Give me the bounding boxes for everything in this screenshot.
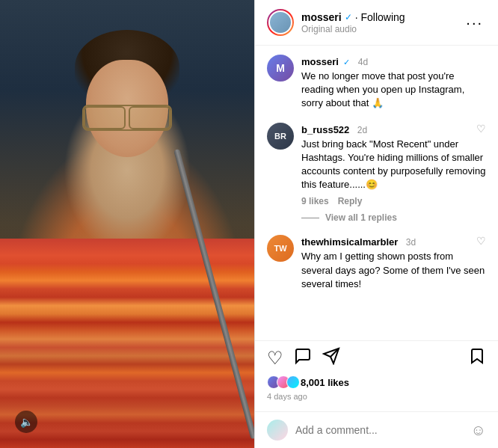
bookmark-button[interactable]: [468, 347, 486, 369]
likes-count: 8,001 likes: [301, 377, 349, 388]
add-comment-row: ☺: [255, 411, 498, 448]
comment-text: We no longer move that post you're readi…: [301, 70, 486, 111]
action-bar: ♡ 8: [255, 340, 498, 411]
comment-body: thewhimsicalmarbler 3d ♡ Why am I gettin…: [301, 235, 486, 291]
header-avatar[interactable]: [267, 9, 294, 36]
comment-body: b_russ522 2d ♡ Just bring back "Most Rec…: [301, 123, 486, 224]
comment-time: 3d: [406, 237, 416, 248]
comment-text: Just bring back "Most Recent" under Hash…: [301, 138, 486, 192]
more-options-button[interactable]: ···: [463, 11, 486, 34]
volume-icon: 🔈: [20, 416, 33, 428]
comment-time: 2d: [357, 125, 367, 135]
commenter-avatar[interactable]: M: [267, 55, 294, 82]
reply-button[interactable]: Reply: [338, 196, 363, 206]
comment-username[interactable]: mosseri: [301, 56, 339, 67]
likes-avatars: [267, 375, 296, 389]
action-icons-row: ♡: [267, 347, 486, 369]
commenter-avatar[interactable]: TW: [267, 235, 294, 262]
comment-item: BR b_russ522 2d ♡ Just bring back "Most …: [267, 123, 486, 224]
like-avatar: [286, 375, 300, 389]
video-panel: 🔈: [0, 0, 254, 448]
comment-button[interactable]: [294, 347, 312, 369]
right-panel: mosseri ✓ · Following Original audio ···…: [254, 0, 498, 448]
header-info: mosseri ✓ · Following Original audio: [301, 11, 463, 34]
comment-input[interactable]: [295, 424, 464, 436]
volume-button[interactable]: 🔈: [15, 411, 37, 433]
commenter-avatar[interactable]: BR: [267, 123, 294, 150]
view-replies-label: View all 1 replies: [325, 212, 397, 223]
post-timestamp: 4 days ago: [267, 392, 486, 401]
comment-text: Why am I getting shown posts from severa…: [301, 250, 486, 291]
person-glasses: [82, 105, 172, 131]
header-subtitle: Original audio: [301, 24, 463, 34]
comment-username[interactable]: thewhimsicalmarbler: [301, 236, 398, 248]
like-button[interactable]: ♡: [267, 348, 283, 369]
header-following-label: · Following: [355, 11, 405, 23]
header-username[interactable]: mosseri: [301, 11, 342, 23]
share-button[interactable]: [322, 347, 340, 369]
comment-body: mosseri ✓ 4d We no longer move that post…: [301, 55, 486, 111]
view-replies-line: [301, 218, 319, 218]
comment-verified-badge: ✓: [343, 58, 350, 67]
comment-time: 4d: [358, 57, 368, 67]
post-header: mosseri ✓ · Following Original audio ···: [255, 0, 498, 46]
likes-row: 8,001 likes: [267, 375, 486, 389]
header-verified-badge: ✓: [345, 12, 352, 22]
comment-heart-button[interactable]: ♡: [476, 235, 486, 247]
comment-username[interactable]: b_russ522: [301, 124, 349, 135]
current-user-avatar: [267, 420, 288, 441]
person-sweater: [0, 239, 254, 448]
comments-area: M mosseri ✓ 4d We no longer move that po…: [255, 46, 498, 340]
comment-item: M mosseri ✓ 4d We no longer move that po…: [267, 55, 486, 111]
comment-likes-count: 9 likes: [301, 196, 329, 206]
comment-item: TW thewhimsicalmarbler 3d ♡ Why am I get…: [267, 235, 486, 291]
view-replies-button[interactable]: View all 1 replies: [301, 212, 486, 223]
comment-heart-button[interactable]: ♡: [476, 123, 486, 135]
emoji-button[interactable]: ☺: [471, 422, 486, 439]
